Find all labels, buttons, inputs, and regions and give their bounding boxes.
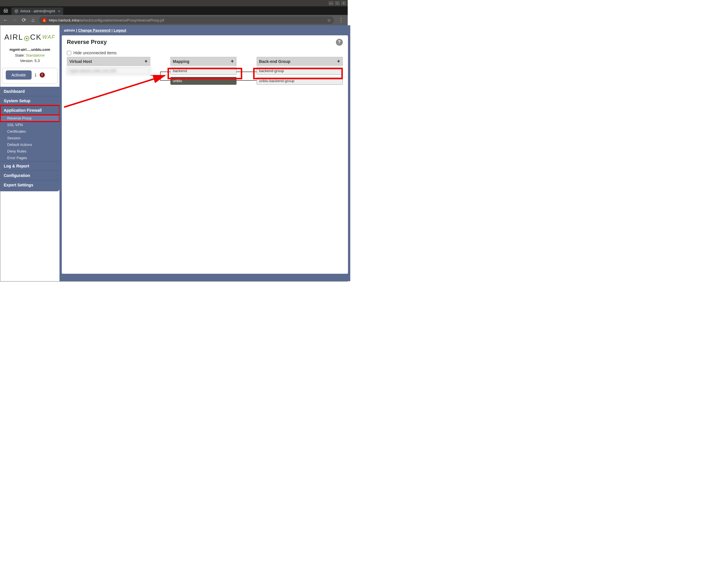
host-state-label: State: [15, 53, 25, 58]
backend-group-item-backend[interactable]: backend-group [256, 67, 343, 75]
tab-favicon-icon [14, 9, 18, 13]
mapping-item-unblu[interactable]: unblu [170, 77, 236, 85]
add-virtual-host-button[interactable]: + [145, 58, 148, 64]
col-header-mapping: Mapping + [170, 57, 236, 66]
panel: ? Reverse Proxy Hide unconnected items V… [62, 35, 348, 274]
host-info: mgmt-airl….unblu.com State: Standalone V… [0, 44, 60, 68]
add-mapping-button[interactable]: + [231, 58, 234, 64]
svg-point-1 [6, 11, 7, 13]
browser-toolbar: ← → ⟳ ⌂ 🔒 https://airlock.intra/airlock/… [0, 15, 348, 25]
window-minimize-button[interactable]: — [329, 1, 333, 5]
nav-reverse-proxy[interactable]: Reverse Proxy [0, 115, 60, 122]
incognito-icon [2, 7, 10, 15]
logo-text-post: CK [30, 33, 42, 42]
titlebar: — □ × [0, 0, 348, 6]
nav-log-report[interactable]: Log & Report [0, 161, 60, 171]
nav-configuration[interactable]: Configuration [0, 171, 60, 180]
nav-expert-settings[interactable]: Expert Settings [0, 180, 60, 190]
logo-o-icon [24, 35, 29, 40]
mapping-item-backend[interactable]: backend [170, 67, 236, 75]
admin-user: admin [64, 28, 75, 33]
tab-close-icon[interactable]: × [58, 9, 60, 14]
bookmark-star-icon[interactable]: ☆ [327, 18, 331, 23]
tab-title: Airlock - admin@mgmt [20, 9, 55, 13]
col-header-backend-group-label: Back-end Group [259, 59, 291, 64]
svg-point-0 [4, 11, 5, 13]
activate-button[interactable]: Activate [6, 70, 32, 80]
nav-reload-button[interactable]: ⟳ [21, 17, 27, 23]
nav-default-actions[interactable]: Default Actions [0, 141, 60, 148]
nav-system-setup[interactable]: System Setup [0, 96, 60, 105]
page-content: AIRL CK WAF mgmt-airl….unblu.com State: … [0, 25, 348, 281]
nav-application-firewall[interactable]: Application Firewall [0, 105, 60, 115]
virtual-host-item[interactable]: mgmt-airlock.unblu.com:443 [67, 67, 150, 75]
admin-bar: admin | Change Password | Logout [60, 25, 350, 35]
help-icon[interactable]: ? [336, 39, 343, 46]
browser-tab[interactable]: Airlock - admin@mgmt × [12, 7, 63, 15]
change-password-link[interactable]: Change Password [78, 28, 111, 33]
page-title: Reverse Proxy [67, 39, 343, 45]
main: admin | Change Password | Logout ? Rever… [60, 25, 350, 281]
backend-group-item-unblu[interactable]: unblu-backend-group [256, 77, 343, 85]
warning-icon[interactable]: ! [40, 72, 45, 78]
svg-point-3 [26, 38, 27, 39]
browser-tabstrip: Airlock - admin@mgmt × [0, 6, 348, 15]
col-header-virtual-host-label: Virtual Host [69, 59, 92, 64]
logo-suffix: WAF [42, 34, 56, 40]
sidebar: AIRL CK WAF mgmt-airl….unblu.com State: … [0, 25, 60, 281]
nav-deny-rules[interactable]: Deny Rules [0, 148, 60, 154]
logo: AIRL CK WAF [0, 25, 60, 44]
browser-menu-button[interactable]: ⋮ [337, 17, 346, 23]
host-version-value: 5.3 [35, 59, 40, 63]
nav-error-pages[interactable]: Error Pages [0, 154, 60, 161]
window-close-button[interactable]: × [341, 1, 346, 5]
nav-ssl-vpn[interactable]: SSL VPN [0, 122, 60, 128]
nav-session[interactable]: Session [0, 135, 60, 141]
nav-certificates[interactable]: Certificates [0, 128, 60, 135]
host-version-label: Version: [20, 59, 33, 63]
col-header-virtual-host: Virtual Host + [67, 57, 150, 66]
insecure-lock-icon[interactable]: 🔒 [42, 18, 46, 22]
window-maximize-button[interactable]: □ [335, 1, 340, 5]
reverse-proxy-layout: Virtual Host + Mapping + Back-end Group [67, 57, 343, 85]
url-text: https://airlock.intra/airlock/configurat… [49, 18, 164, 22]
hide-unconnected-checkbox[interactable] [67, 51, 71, 55]
nav-forward-button: → [12, 17, 18, 23]
address-bar[interactable]: 🔒 https://airlock.intra/airlock/configur… [39, 16, 334, 24]
nav-home-button[interactable]: ⌂ [30, 17, 36, 23]
activate-count: 1 [35, 73, 37, 77]
nav-back-button[interactable]: ← [2, 17, 8, 23]
nav-dashboard[interactable]: Dashboard [0, 87, 60, 96]
activate-bar: Activate 1 ! [2, 68, 58, 84]
host-state-value: Standalone [26, 53, 45, 58]
col-header-backend-group: Back-end Group + [256, 57, 343, 66]
logout-link[interactable]: Logout [113, 28, 126, 33]
add-backend-group-button[interactable]: + [337, 58, 340, 64]
col-header-mapping-label: Mapping [173, 59, 190, 64]
hide-unconnected-label: Hide unconnected items [74, 50, 117, 55]
host-name: mgmt-airl….unblu.com [9, 47, 50, 52]
sidebar-nav: Dashboard System Setup Application Firew… [0, 87, 60, 191]
logo-text-pre: AIRL [4, 33, 23, 42]
